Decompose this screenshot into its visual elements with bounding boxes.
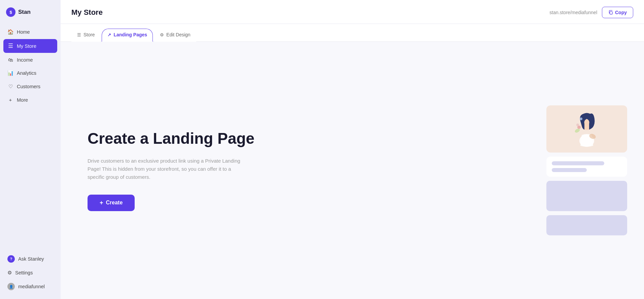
more-icon: +	[7, 97, 13, 103]
sidebar-label-income: Income	[17, 57, 33, 63]
content-left: Create a Landing Page Drive customers to…	[61, 42, 536, 299]
copy-icon	[608, 10, 613, 15]
header-right: stan.store/mediafunnel Copy	[549, 7, 633, 18]
skeleton-block-1	[546, 181, 627, 211]
ask-stanley-label: Ask Stanley	[18, 256, 44, 262]
tab-store-label: Store	[83, 32, 95, 37]
sidebar-item-my-store[interactable]: ☰ My Store	[3, 39, 57, 53]
sidebar-bottom: ? Ask Stanley ⚙ Settings 👤 mediafunnel	[0, 248, 61, 299]
svg-rect-0	[610, 11, 612, 14]
main-heading: Create a Landing Page	[88, 130, 256, 147]
header: My Store stan.store/mediafunnel Copy	[61, 0, 644, 24]
landing-pages-tab-icon: ↗	[107, 32, 111, 37]
tab-store[interactable]: ☰ Store	[71, 29, 100, 42]
store-url: stan.store/mediafunnel	[549, 10, 597, 15]
sidebar-item-customers[interactable]: ♡ Customers	[3, 80, 57, 93]
sidebar: $ Stan 🏠 Home ☰ My Store 🛍 Income 📊 Anal…	[0, 0, 61, 299]
income-icon: 🛍	[7, 57, 13, 63]
create-button[interactable]: + Create	[88, 195, 135, 211]
tab-landing-pages[interactable]: ↗ Landing Pages	[102, 29, 153, 42]
illustration-image	[546, 105, 627, 153]
sidebar-item-more[interactable]: + More	[3, 94, 57, 106]
skeleton-line-2	[552, 168, 587, 172]
skeleton-block-2	[546, 215, 627, 235]
skeleton-line-1	[552, 161, 604, 165]
sidebar-item-home[interactable]: 🏠 Home	[3, 26, 57, 38]
edit-design-tab-icon: ⚙	[160, 32, 164, 37]
tabs: ☰ Store ↗ Landing Pages ⚙ Edit Design	[61, 24, 644, 42]
content-right	[536, 42, 644, 299]
sidebar-label-customers: Customers	[17, 84, 40, 89]
sidebar-label-analytics: Analytics	[17, 70, 36, 76]
landing-page-illustration	[565, 109, 609, 149]
sidebar-item-ask-stanley[interactable]: ? Ask Stanley	[3, 252, 57, 266]
username-label: mediafunnel	[18, 284, 45, 289]
tab-landing-pages-label: Landing Pages	[113, 32, 147, 37]
sidebar-item-analytics[interactable]: 📊 Analytics	[3, 67, 57, 79]
main-description: Drive customers to an exclusive product …	[88, 157, 242, 181]
sidebar-nav: 🏠 Home ☰ My Store 🛍 Income 📊 Analytics ♡…	[0, 23, 61, 248]
sidebar-item-settings[interactable]: ⚙ Settings	[3, 267, 57, 279]
logo-icon: $	[6, 7, 15, 17]
sidebar-label-more: More	[17, 97, 28, 103]
svg-point-5	[576, 124, 579, 126]
home-icon: 🏠	[7, 29, 13, 35]
analytics-icon: 📊	[7, 70, 13, 76]
settings-icon: ⚙	[7, 270, 12, 275]
copy-button[interactable]: Copy	[602, 7, 633, 18]
user-avatar: 👤	[7, 283, 15, 290]
logo-text: Stan	[18, 9, 31, 15]
tab-edit-design-label: Edit Design	[166, 32, 191, 37]
ask-stanley-icon: ?	[7, 255, 15, 263]
store-icon: ☰	[7, 42, 13, 49]
content-area: Create a Landing Page Drive customers to…	[61, 42, 644, 299]
card-skeleton-text	[546, 157, 627, 177]
create-button-label: Create	[106, 200, 123, 206]
sidebar-item-user[interactable]: 👤 mediafunnel	[3, 279, 57, 294]
sidebar-label-home: Home	[17, 29, 30, 35]
main-content: My Store stan.store/mediafunnel Copy ☰ S…	[61, 0, 644, 299]
customers-icon: ♡	[7, 84, 13, 90]
tab-edit-design[interactable]: ⚙ Edit Design	[154, 29, 196, 42]
settings-label: Settings	[15, 270, 33, 275]
page-title: My Store	[71, 8, 103, 17]
svg-point-6	[580, 118, 582, 120]
sidebar-logo[interactable]: $ Stan	[0, 0, 61, 23]
sidebar-item-income[interactable]: 🛍 Income	[3, 54, 57, 66]
store-tab-icon: ☰	[77, 32, 81, 37]
sidebar-label-my-store: My Store	[17, 43, 36, 49]
create-plus-icon: +	[100, 199, 103, 206]
